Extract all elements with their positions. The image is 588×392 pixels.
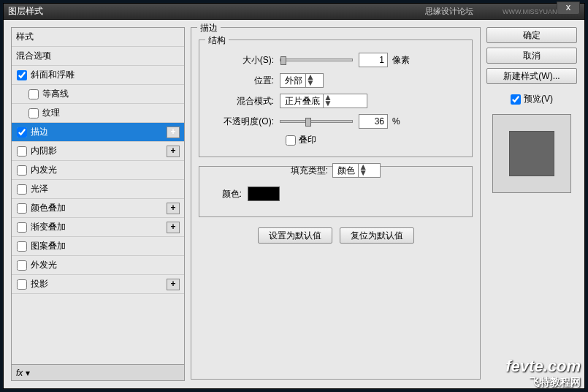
style-label: 内发光 [31, 164, 180, 176]
close-button[interactable]: x [557, 1, 580, 15]
fill-group: 填充类型: 颜色 ▲▼ 颜色: [199, 166, 473, 217]
chevron-updown-icon: ▲▼ [358, 164, 367, 177]
position-label: 位置: [207, 75, 280, 87]
size-row: 大小(S): 像素 [207, 52, 465, 68]
opacity-row: 不透明度(O): % [207, 113, 465, 129]
style-checkbox[interactable] [16, 279, 28, 290]
opacity-slider[interactable] [280, 120, 353, 123]
layer-style-dialog: 图层样式 思缘设计论坛 WWW.MISSYUAN.COM x 样式 混合选项 斜… [3, 3, 585, 389]
style-item[interactable]: 等高线 [12, 85, 184, 104]
style-item[interactable]: 斜面和浮雕 [12, 66, 184, 85]
style-checkbox[interactable] [16, 70, 28, 80]
center-panel: 描边 结构 大小(S): 像素 位置: 外部 ▲▼ [191, 27, 481, 381]
blend-row: 混合模式: 正片叠底 ▲▼ [207, 93, 465, 109]
position-row: 位置: 外部 ▲▼ [207, 72, 465, 88]
watermark-name: 飞特教程网 [505, 376, 581, 389]
color-swatch[interactable] [248, 186, 280, 201]
stroke-title: 描边 [197, 22, 221, 34]
cancel-button[interactable]: 取消 [486, 48, 577, 64]
style-checkbox[interactable] [28, 89, 39, 99]
style-item[interactable]: 内发光 [12, 161, 184, 180]
style-label: 描边 [31, 126, 167, 138]
add-effect-button[interactable]: + [167, 146, 180, 157]
overprint-checkbox[interactable] [286, 135, 296, 146]
opacity-unit: % [392, 116, 400, 127]
add-effect-button[interactable]: + [167, 127, 180, 138]
stroke-group: 描边 结构 大小(S): 像素 位置: 外部 ▲▼ [191, 27, 481, 380]
blend-dropdown[interactable]: 正片叠底 ▲▼ [280, 94, 367, 108]
style-label: 内阴影 [31, 145, 167, 157]
default-buttons: 设置为默认值 复位为默认值 [199, 227, 473, 244]
structure-label: 结构 [205, 34, 229, 47]
style-label: 图案叠加 [31, 240, 180, 252]
styles-header[interactable]: 样式 [12, 28, 184, 47]
size-label: 大小(S): [207, 54, 280, 67]
style-checkbox[interactable] [16, 165, 28, 176]
right-panel: 确定 取消 新建样式(W)... 预览(V) [486, 27, 577, 381]
preview-swatch [509, 131, 554, 176]
style-label: 斜面和浮雕 [31, 69, 180, 81]
preview-label: 预览(V) [524, 93, 553, 105]
add-effect-button[interactable]: + [167, 203, 180, 214]
style-label: 渐变叠加 [31, 221, 167, 233]
preview-box [492, 114, 571, 193]
forum-name: 思缘设计论坛 [425, 6, 473, 17]
preview-row: 预览(V) [486, 93, 577, 105]
color-row: 颜色: [207, 186, 465, 202]
titlebar: 图层样式 思缘设计论坛 WWW.MISSYUAN.COM x [4, 4, 584, 20]
style-item[interactable]: 外发光 [12, 256, 184, 275]
add-effect-button[interactable]: + [167, 279, 180, 290]
style-label: 投影 [31, 278, 167, 290]
ok-button[interactable]: 确定 [486, 27, 577, 43]
style-label: 纹理 [42, 107, 180, 119]
style-checkbox[interactable] [28, 108, 39, 118]
style-item[interactable]: 投影+ [12, 275, 184, 294]
watermark: fevte.com 飞特教程网 [505, 357, 581, 389]
style-item[interactable]: 颜色叠加+ [12, 199, 184, 218]
blend-label: 混合模式: [207, 95, 280, 108]
fill-type-row: 填充类型: 颜色 ▲▼ [207, 162, 465, 178]
style-item[interactable]: 图案叠加 [12, 237, 184, 256]
color-label: 颜色: [207, 188, 248, 200]
chevron-updown-icon: ▲▼ [305, 74, 314, 87]
size-slider[interactable] [280, 59, 353, 61]
style-checkbox[interactable] [16, 127, 28, 137]
blend-options[interactable]: 混合选项 [12, 47, 184, 66]
fill-type-dropdown[interactable]: 颜色 ▲▼ [332, 163, 381, 178]
style-checkbox[interactable] [16, 203, 28, 214]
preview-checkbox[interactable] [511, 94, 521, 105]
opacity-label: 不透明度(O): [207, 116, 280, 128]
set-default-button[interactable]: 设置为默认值 [258, 227, 332, 244]
style-checkbox[interactable] [16, 260, 28, 271]
overprint-label: 叠印 [299, 134, 316, 146]
chevron-updown-icon: ▲▼ [323, 94, 332, 108]
style-checkbox[interactable] [16, 146, 28, 157]
dialog-body: 样式 混合选项 斜面和浮雕等高线纹理描边+内阴影+内发光光泽颜色叠加+渐变叠加+… [4, 20, 584, 388]
size-input[interactable] [359, 53, 388, 67]
style-item[interactable]: 光泽 [12, 180, 184, 199]
watermark-url: fevte.com [505, 357, 581, 376]
style-checkbox[interactable] [16, 241, 28, 252]
fill-type-label: 填充类型: [291, 165, 328, 177]
dialog-title: 图层样式 [8, 5, 425, 18]
styles-panel: 样式 混合选项 斜面和浮雕等高线纹理描边+内阴影+内发光光泽颜色叠加+渐变叠加+… [11, 27, 185, 381]
style-label: 等高线 [42, 88, 180, 100]
style-label: 光泽 [31, 183, 180, 195]
style-checkbox[interactable] [16, 184, 28, 195]
fx-dropdown-icon[interactable]: ▾ [26, 368, 30, 378]
reset-default-button[interactable]: 复位为默认值 [340, 227, 414, 244]
style-item[interactable]: 描边+ [12, 123, 184, 142]
style-item[interactable]: 内阴影+ [12, 142, 184, 161]
size-unit: 像素 [392, 54, 410, 67]
style-label: 外发光 [31, 259, 180, 271]
opacity-input[interactable] [359, 114, 388, 129]
new-style-button[interactable]: 新建样式(W)... [486, 68, 577, 84]
fx-label: fx [16, 368, 23, 378]
structure-group: 结构 大小(S): 像素 位置: 外部 ▲▼ [199, 39, 473, 157]
add-effect-button[interactable]: + [167, 222, 180, 233]
style-item[interactable]: 渐变叠加+ [12, 218, 184, 237]
style-checkbox[interactable] [16, 222, 28, 233]
style-label: 颜色叠加 [31, 202, 167, 214]
position-dropdown[interactable]: 外部 ▲▼ [280, 73, 324, 88]
style-item[interactable]: 纹理 [12, 104, 184, 123]
